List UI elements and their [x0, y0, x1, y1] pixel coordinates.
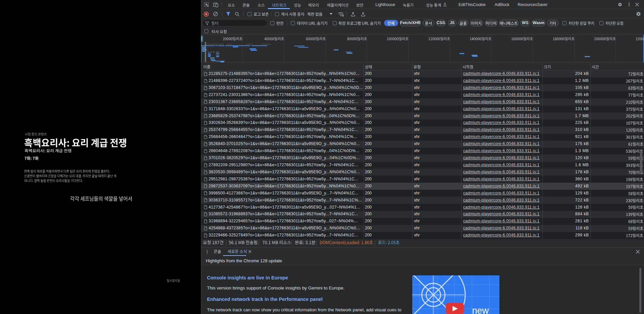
svg-text:new: new	[472, 305, 489, 314]
